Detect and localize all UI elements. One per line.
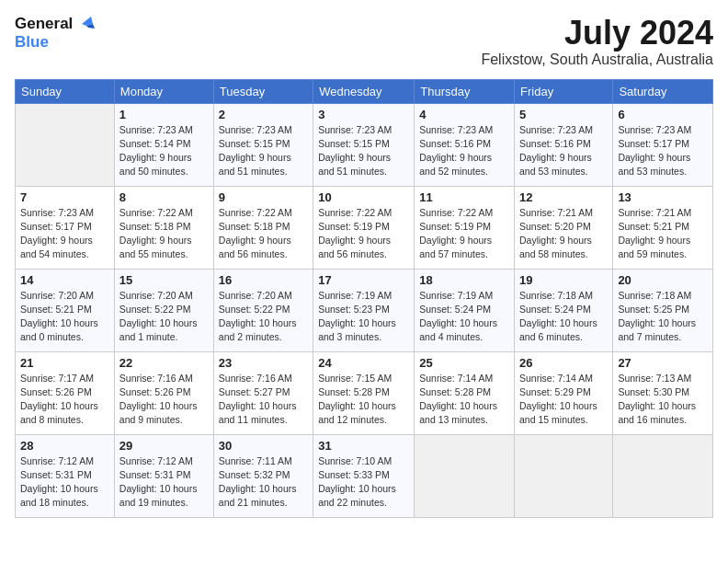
- day-info: Sunrise: 7:20 AMSunset: 5:22 PMDaylight:…: [119, 289, 209, 345]
- calendar-cell: 23Sunrise: 7:16 AMSunset: 5:27 PMDayligh…: [213, 351, 313, 434]
- day-info: Sunrise: 7:20 AMSunset: 5:22 PMDaylight:…: [219, 289, 308, 345]
- calendar-cell: 24Sunrise: 7:15 AMSunset: 5:28 PMDayligh…: [313, 351, 415, 434]
- day-number: 30: [219, 439, 308, 453]
- calendar-table: SundayMondayTuesdayWednesdayThursdayFrid…: [15, 79, 713, 518]
- page-header: General Blue July 2024 Felixstow, South …: [15, 15, 713, 68]
- day-info: Sunrise: 7:14 AMSunset: 5:28 PMDaylight:…: [419, 372, 509, 428]
- day-info: Sunrise: 7:14 AMSunset: 5:29 PMDaylight:…: [519, 372, 608, 428]
- day-number: 25: [419, 356, 509, 370]
- logo-general: General: [15, 15, 95, 33]
- calendar-cell: 11Sunrise: 7:22 AMSunset: 5:19 PMDayligh…: [415, 186, 515, 269]
- calendar-cell: 3Sunrise: 7:23 AMSunset: 5:15 PMDaylight…: [313, 103, 415, 186]
- logo-text: General Blue: [15, 15, 95, 51]
- calendar-cell: 29Sunrise: 7:12 AMSunset: 5:31 PMDayligh…: [114, 434, 213, 517]
- day-info: Sunrise: 7:23 AMSunset: 5:15 PMDaylight:…: [219, 123, 308, 179]
- calendar-cell: 9Sunrise: 7:22 AMSunset: 5:18 PMDaylight…: [213, 186, 313, 269]
- day-number: 2: [219, 108, 308, 121]
- day-info: Sunrise: 7:23 AMSunset: 5:15 PMDaylight:…: [318, 123, 409, 179]
- calendar-cell: 27Sunrise: 7:13 AMSunset: 5:30 PMDayligh…: [613, 351, 713, 434]
- day-header-sunday: Sunday: [16, 79, 115, 103]
- calendar-cell: 12Sunrise: 7:21 AMSunset: 5:20 PMDayligh…: [515, 186, 613, 269]
- day-number: 11: [419, 190, 509, 204]
- day-number: 17: [318, 273, 409, 287]
- day-info: Sunrise: 7:15 AMSunset: 5:28 PMDaylight:…: [318, 372, 409, 428]
- day-info: Sunrise: 7:16 AMSunset: 5:26 PMDaylight:…: [119, 372, 209, 428]
- calendar-header-row: SundayMondayTuesdayWednesdayThursdayFrid…: [16, 79, 713, 103]
- day-number: 24: [318, 356, 409, 370]
- day-header-monday: Monday: [114, 79, 213, 103]
- day-number: 29: [119, 439, 209, 453]
- day-header-wednesday: Wednesday: [313, 79, 415, 103]
- day-number: 14: [20, 273, 109, 287]
- day-info: Sunrise: 7:23 AMSunset: 5:17 PMDaylight:…: [20, 206, 109, 262]
- logo-bird-icon: [74, 16, 95, 32]
- day-number: 31: [318, 439, 409, 453]
- calendar-cell: 18Sunrise: 7:19 AMSunset: 5:24 PMDayligh…: [415, 269, 515, 351]
- logo-blue: Blue: [15, 33, 95, 52]
- day-number: 9: [219, 190, 308, 204]
- day-info: Sunrise: 7:23 AMSunset: 5:16 PMDaylight:…: [519, 123, 608, 179]
- day-number: 5: [519, 108, 608, 121]
- day-info: Sunrise: 7:12 AMSunset: 5:31 PMDaylight:…: [119, 454, 209, 511]
- day-number: 16: [219, 273, 308, 287]
- title-area: July 2024 Felixstow, South Australia, Au…: [481, 15, 713, 68]
- day-number: 3: [318, 108, 409, 121]
- calendar-cell: 4Sunrise: 7:23 AMSunset: 5:16 PMDaylight…: [415, 103, 515, 186]
- day-number: 13: [618, 190, 708, 204]
- calendar-cell: 13Sunrise: 7:21 AMSunset: 5:21 PMDayligh…: [613, 186, 713, 269]
- day-header-friday: Friday: [515, 79, 613, 103]
- day-info: Sunrise: 7:22 AMSunset: 5:19 PMDaylight:…: [419, 206, 509, 262]
- day-number: 22: [119, 356, 209, 370]
- day-info: Sunrise: 7:12 AMSunset: 5:31 PMDaylight:…: [20, 454, 109, 511]
- day-header-thursday: Thursday: [415, 79, 515, 103]
- week-row-4: 21Sunrise: 7:17 AMSunset: 5:26 PMDayligh…: [16, 351, 713, 434]
- logo: General Blue: [15, 15, 95, 51]
- calendar-cell: 17Sunrise: 7:19 AMSunset: 5:23 PMDayligh…: [313, 269, 415, 351]
- calendar-cell: 7Sunrise: 7:23 AMSunset: 5:17 PMDaylight…: [16, 186, 115, 269]
- day-info: Sunrise: 7:20 AMSunset: 5:21 PMDaylight:…: [20, 289, 109, 345]
- calendar-cell: 22Sunrise: 7:16 AMSunset: 5:26 PMDayligh…: [114, 351, 213, 434]
- calendar-cell: 25Sunrise: 7:14 AMSunset: 5:28 PMDayligh…: [415, 351, 515, 434]
- calendar-cell: 28Sunrise: 7:12 AMSunset: 5:31 PMDayligh…: [16, 434, 115, 517]
- calendar-cell: 8Sunrise: 7:22 AMSunset: 5:18 PMDaylight…: [114, 186, 213, 269]
- calendar-cell: 15Sunrise: 7:20 AMSunset: 5:22 PMDayligh…: [114, 269, 213, 351]
- day-info: Sunrise: 7:16 AMSunset: 5:27 PMDaylight:…: [219, 372, 308, 428]
- day-info: Sunrise: 7:23 AMSunset: 5:17 PMDaylight:…: [618, 123, 708, 179]
- day-info: Sunrise: 7:17 AMSunset: 5:26 PMDaylight:…: [20, 372, 109, 428]
- day-info: Sunrise: 7:13 AMSunset: 5:30 PMDaylight:…: [618, 372, 708, 428]
- day-info: Sunrise: 7:19 AMSunset: 5:23 PMDaylight:…: [318, 289, 409, 345]
- calendar-cell: 30Sunrise: 7:11 AMSunset: 5:32 PMDayligh…: [213, 434, 313, 517]
- location-title: Felixstow, South Australia, Australia: [481, 52, 713, 68]
- day-number: 7: [20, 190, 109, 204]
- day-info: Sunrise: 7:19 AMSunset: 5:24 PMDaylight:…: [419, 289, 509, 345]
- calendar-cell: 5Sunrise: 7:23 AMSunset: 5:16 PMDaylight…: [515, 103, 613, 186]
- day-info: Sunrise: 7:11 AMSunset: 5:32 PMDaylight:…: [219, 454, 308, 511]
- month-title: July 2024: [481, 15, 713, 52]
- calendar-cell: 6Sunrise: 7:23 AMSunset: 5:17 PMDaylight…: [613, 103, 713, 186]
- calendar-cell: [415, 434, 515, 517]
- day-info: Sunrise: 7:23 AMSunset: 5:16 PMDaylight:…: [419, 123, 509, 179]
- day-header-saturday: Saturday: [613, 79, 713, 103]
- day-number: 28: [20, 439, 109, 453]
- calendar-cell: 16Sunrise: 7:20 AMSunset: 5:22 PMDayligh…: [213, 269, 313, 351]
- day-number: 23: [219, 356, 308, 370]
- day-number: 26: [519, 356, 608, 370]
- week-row-1: 1Sunrise: 7:23 AMSunset: 5:14 PMDaylight…: [16, 103, 713, 186]
- week-row-2: 7Sunrise: 7:23 AMSunset: 5:17 PMDaylight…: [16, 186, 713, 269]
- day-number: 10: [318, 190, 409, 204]
- calendar-cell: 19Sunrise: 7:18 AMSunset: 5:24 PMDayligh…: [515, 269, 613, 351]
- day-info: Sunrise: 7:21 AMSunset: 5:20 PMDaylight:…: [519, 206, 608, 262]
- calendar-cell: 1Sunrise: 7:23 AMSunset: 5:14 PMDaylight…: [114, 103, 213, 186]
- day-info: Sunrise: 7:18 AMSunset: 5:24 PMDaylight:…: [519, 289, 608, 345]
- day-info: Sunrise: 7:18 AMSunset: 5:25 PMDaylight:…: [618, 289, 708, 345]
- calendar-cell: 14Sunrise: 7:20 AMSunset: 5:21 PMDayligh…: [16, 269, 115, 351]
- day-number: 15: [119, 273, 209, 287]
- day-header-tuesday: Tuesday: [213, 79, 313, 103]
- day-number: 1: [119, 108, 209, 121]
- calendar-cell: 21Sunrise: 7:17 AMSunset: 5:26 PMDayligh…: [16, 351, 115, 434]
- day-number: 8: [119, 190, 209, 204]
- day-info: Sunrise: 7:21 AMSunset: 5:21 PMDaylight:…: [618, 206, 708, 262]
- week-row-3: 14Sunrise: 7:20 AMSunset: 5:21 PMDayligh…: [16, 269, 713, 351]
- day-number: 12: [519, 190, 608, 204]
- day-number: 6: [618, 108, 708, 121]
